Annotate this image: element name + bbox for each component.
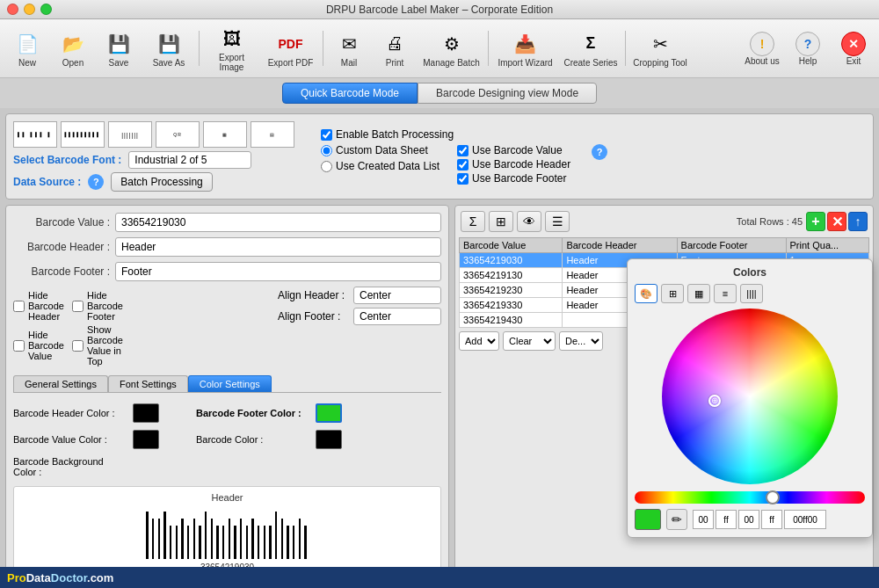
data-source-help-icon[interactable]: ? <box>88 174 104 190</box>
barcode-sample-1[interactable]: ▌▌ ▌▌▌ ▌ <box>13 121 57 148</box>
quick-mode-tab[interactable]: Quick Barcode Mode <box>282 83 418 104</box>
open-button[interactable]: 📂 Open <box>51 28 95 69</box>
color-settings-tab[interactable]: Color Settings <box>188 375 272 392</box>
table-button[interactable]: ⊞ <box>489 211 513 232</box>
hex-a-input[interactable] <box>761 510 782 529</box>
list-button[interactable]: ☰ <box>545 211 570 232</box>
export-pdf-button[interactable]: PDF Export PDF <box>262 28 319 69</box>
hide-footer-option[interactable]: Hide Barcode Footer <box>72 290 128 322</box>
print-button[interactable]: 🖨 Print <box>373 28 417 69</box>
exit-button[interactable]: ✕ Exit <box>833 32 874 66</box>
brand-data: Data <box>26 571 51 584</box>
hide-value-option[interactable]: Hide Barcode Value <box>13 324 69 367</box>
minimize-button[interactable] <box>24 4 35 15</box>
about-button[interactable]: ! About us <box>742 32 782 66</box>
print-icon: 🖨 <box>381 30 409 58</box>
manage-batch-button[interactable]: ⚙ Manage Batch <box>418 28 484 69</box>
general-settings-tab[interactable]: General Settings <box>13 375 108 392</box>
current-color-swatch[interactable] <box>635 509 661 530</box>
help-button[interactable]: ? Help <box>788 32 828 66</box>
hex-b-input[interactable] <box>738 510 759 529</box>
barcode-sample-3[interactable]: ||||||| <box>108 121 152 148</box>
barcode-color-swatch[interactable] <box>316 430 342 449</box>
barcode-sample-4[interactable]: QR <box>156 121 200 148</box>
hex-full-input[interactable] <box>784 510 826 529</box>
barcode-options-help-icon[interactable]: ? <box>592 144 607 160</box>
color-mode-list[interactable]: ▦ <box>687 284 710 303</box>
batch-processing-button[interactable]: Batch Processing <box>111 172 212 192</box>
mail-button[interactable]: ✉ Mail <box>327 28 371 69</box>
new-button[interactable]: 📄 New <box>5 28 49 69</box>
align-footer-dropdown[interactable]: Center <box>353 308 441 325</box>
barcode-sample-6[interactable]: ▤ <box>251 121 294 148</box>
brand-text: ProDataDoctor.com <box>7 571 113 584</box>
save-as-button[interactable]: 💾 Save As <box>142 28 195 69</box>
delete-dropdown[interactable]: De... <box>559 331 603 351</box>
close-button[interactable] <box>7 4 18 15</box>
hue-slider[interactable] <box>635 491 865 504</box>
hex-g-input[interactable] <box>716 510 737 529</box>
barcode-bar <box>234 526 236 559</box>
hide-footer-checkbox[interactable] <box>72 301 84 312</box>
barcode-value-input[interactable] <box>115 213 441 232</box>
font-dropdown[interactable]: Industrial 2 of 5 <box>128 151 251 169</box>
use-barcode-footer-checkbox[interactable] <box>457 173 469 185</box>
preview-button[interactable]: 👁 <box>517 211 541 232</box>
use-created-data-option[interactable]: Use Created Data List <box>321 160 440 172</box>
maximize-button[interactable] <box>40 4 52 15</box>
value-color-swatch[interactable] <box>133 430 159 449</box>
custom-data-sheet-radio[interactable] <box>321 145 332 156</box>
color-mode-custom[interactable]: ≡ <box>714 284 737 303</box>
barcode-bar <box>205 512 207 559</box>
move-up-button[interactable]: ↑ <box>848 212 868 231</box>
cropping-tool-button[interactable]: ✂ Cropping Tool <box>629 28 691 69</box>
show-value-top-checkbox[interactable] <box>72 340 84 352</box>
design-mode-tab[interactable]: Barcode Designing view Mode <box>418 83 597 104</box>
align-header-dropdown[interactable]: Center <box>353 287 441 304</box>
color-mode-wheel[interactable]: 🎨 <box>635 284 657 303</box>
save-button[interactable]: 💾 Save <box>97 28 141 69</box>
barcode-bar <box>231 526 233 559</box>
hex-r-input[interactable] <box>693 510 714 529</box>
barcode-bar <box>196 526 198 559</box>
clear-dropdown[interactable]: Clear <box>503 331 556 351</box>
create-series-icon: Σ <box>577 30 605 58</box>
data-source-label: Data Source : <box>13 176 81 188</box>
use-barcode-header-checkbox[interactable] <box>457 159 469 171</box>
barcode-sample-2[interactable]: ▌▌▌▌▌▌▌▌▌ <box>61 121 105 148</box>
hide-header-option[interactable]: Hide Barcode Header <box>13 290 69 322</box>
titlebar: DRPU Barcode Label Maker – Corporate Edi… <box>0 0 879 19</box>
use-created-data-radio[interactable] <box>321 161 332 172</box>
color-mode-palette[interactable]: |||| <box>740 284 763 303</box>
color-mode-grid[interactable]: ⊞ <box>661 284 684 303</box>
barcode-sample-5[interactable]: ▦ <box>203 121 247 148</box>
add-dropdown[interactable]: Add <box>459 331 499 351</box>
barcode-footer-input[interactable] <box>115 262 441 281</box>
exit-icon: ✕ <box>841 32 866 56</box>
barcode-header-input[interactable] <box>115 237 441 257</box>
use-barcode-value-checkbox[interactable] <box>457 145 469 156</box>
color-picker-modes: 🎨 ⊞ ▦ ≡ |||| <box>635 284 865 303</box>
add-row-button[interactable]: + <box>806 212 825 231</box>
custom-data-sheet-option[interactable]: Custom Data Sheet <box>321 144 440 156</box>
export-image-button[interactable]: 🖼 Export Image <box>203 23 260 74</box>
delete-row-button[interactable]: ✕ <box>827 212 846 231</box>
show-value-top-option[interactable]: Show Barcode Value in Top <box>72 324 128 367</box>
barcode-bar <box>295 512 298 559</box>
enable-batch-checkbox[interactable] <box>321 129 332 141</box>
header-color-swatch[interactable] <box>133 403 159 423</box>
save-as-icon: 💾 <box>155 30 183 58</box>
eyedropper-button[interactable]: ✏ <box>666 509 687 530</box>
hide-header-checkbox[interactable] <box>13 301 25 312</box>
import-wizard-button[interactable]: 📥 Import Wizard <box>492 28 558 69</box>
value-color-label: Barcode Value Color : <box>13 434 127 445</box>
background-color-label: Barcode Background Color : <box>13 456 127 477</box>
footer-color-swatch[interactable] <box>316 403 342 423</box>
color-wheel[interactable]: ⊕ <box>662 309 838 484</box>
hide-value-checkbox[interactable] <box>13 340 25 352</box>
barcode-footer-label: Barcode Footer : <box>13 265 110 278</box>
table-cell-barcode_value: 33654219230 <box>460 283 563 298</box>
sigma-button[interactable]: Σ <box>461 211 485 232</box>
font-settings-tab[interactable]: Font Settings <box>108 375 188 392</box>
create-series-button[interactable]: Σ Create Series <box>560 28 621 69</box>
